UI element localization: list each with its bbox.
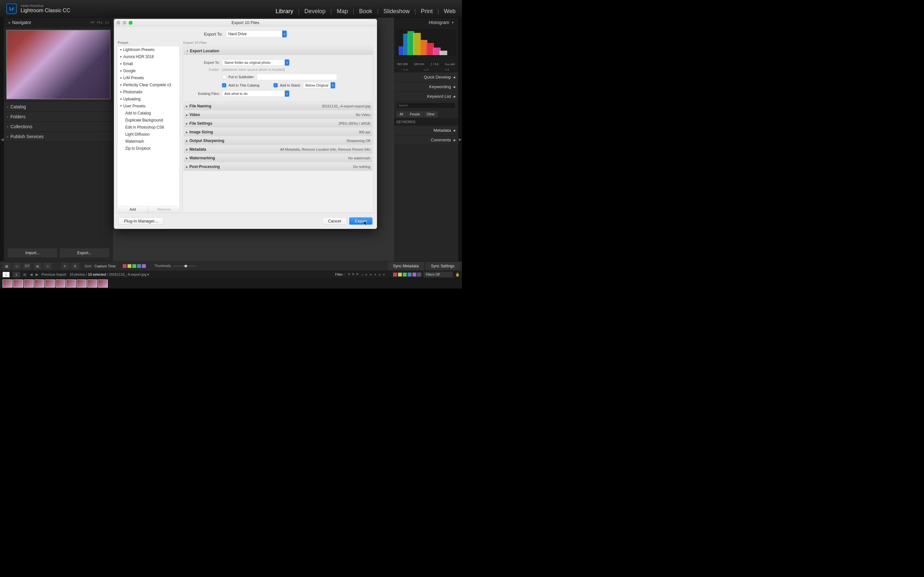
module-map[interactable]: Map [336,8,348,15]
thumbnail-size-slider[interactable] [173,266,196,266]
user-preset[interactable]: Watermark [118,138,180,145]
import-button[interactable]: Import... [8,248,57,258]
section-file-naming[interactable]: ▶File Naming20161110_-4-export-export.jp… [184,102,373,110]
filter-lock-icon[interactable]: 🔒 [455,272,460,277]
preset-list[interactable]: ▶Lightroom Presets ▶Aurora HDR 2018 ▶Ema… [117,46,180,206]
compare-view-icon[interactable]: X|Y [23,263,31,269]
user-preset[interactable]: Edit in Photoshop CS6 [118,124,180,131]
chip-red[interactable] [123,264,126,268]
plugin-manager-button[interactable]: Plug-in Manager... [118,218,164,225]
kw-tab-people[interactable]: People [407,111,423,117]
add-stack-checkbox[interactable]: ✓ [273,83,278,87]
sort-value[interactable]: Capture Time [94,264,115,268]
module-library[interactable]: Library [276,8,293,15]
subfolder-input[interactable] [257,74,337,80]
thumbnail[interactable] [3,279,13,287]
metadata-section[interactable]: Metadata◂ [394,126,458,135]
thumbnail[interactable] [55,279,65,287]
chip-green[interactable] [132,264,136,268]
color-label-chips[interactable] [123,264,145,268]
module-web[interactable]: Web [444,8,456,15]
subfolder-checkbox[interactable] [222,75,226,79]
thumbnail[interactable] [77,279,87,287]
navigator-preview[interactable] [4,27,113,102]
zoom-icon[interactable] [129,21,132,25]
export-confirm-button[interactable]: Export [349,218,373,225]
people-view-icon[interactable]: ☺ [44,263,52,269]
keywording-section[interactable]: Keywording◂ [394,82,458,91]
screen-1[interactable]: 1 [3,272,10,277]
preset-group[interactable]: ▶Photomatix [118,89,180,95]
kw-tab-other[interactable]: Other [423,111,438,117]
sync-settings-button[interactable]: Sync Settings [426,262,459,270]
user-preset[interactable]: Add to Catalog [118,110,180,117]
preset-group[interactable]: ▶Perfectly Clear Complete v3 [118,81,180,89]
preset-group[interactable]: ▶LrM Presets [118,74,180,81]
cancel-button[interactable]: Cancel [322,218,347,225]
thumbnail[interactable] [24,279,34,287]
thumbnail[interactable] [66,279,76,287]
module-develop[interactable]: Develop [304,8,326,15]
preset-group[interactable]: ▶Aurora HDR 2018 [118,53,180,60]
export-button[interactable]: Export... [60,248,109,258]
thumbnail[interactable] [34,279,44,287]
thumbnail[interactable] [98,279,108,287]
add-catalog-checkbox[interactable]: ✓ [222,83,226,87]
navigator-header[interactable]: ▼ Navigator FIT FILL 1:1 [4,18,113,27]
catalog-section[interactable]: ▸Catalog [4,102,113,112]
section-metadata[interactable]: ▶MetadataAll Metadata, Remove Location I… [184,145,373,153]
chip-blue[interactable] [137,264,141,268]
existing-files-select[interactable]: Ask what to do▲▼ [222,90,289,97]
filmstrip[interactable] [0,279,462,288]
export-to-select[interactable]: Hard Drive ▲▼ [226,31,287,37]
preset-group-user[interactable]: ▶User Presets [118,103,180,110]
comments-section[interactable]: Comments◂ [394,135,458,145]
section-image-sizing[interactable]: ▶Image Sizing300 ppi [184,128,373,136]
color-filter-chips[interactable] [393,273,421,277]
module-book[interactable]: Book [359,8,372,15]
navigator-zoom-options[interactable]: FIT FILL 1:1 [90,21,109,24]
settings-list[interactable]: ▼Export Location Export To: Same folder … [183,46,374,213]
collections-section[interactable]: ▸Collections [4,122,113,132]
user-preset[interactable]: Light Diffusion [118,131,180,138]
chip-yellow[interactable] [128,264,131,268]
section-video[interactable]: ▶VideoNo Video [184,111,373,119]
keyword-search-input[interactable] [397,103,456,108]
preset-group[interactable]: ▶Lightroom Presets [118,46,180,53]
minimize-icon[interactable] [123,21,126,25]
thumbnail[interactable] [13,279,23,287]
sync-metadata-button[interactable]: Sync Metadata [388,262,424,270]
section-watermarking[interactable]: ▶WatermarkingNo watermark [184,154,373,162]
chip-purple[interactable] [142,264,145,268]
flag-filter-icon[interactable]: ⚑ ⚑ ⚑ [347,272,359,277]
keyword-list-section[interactable]: Keyword List◂ [394,91,458,101]
add-preset-button[interactable]: Add [118,206,149,213]
section-header[interactable]: ▼Export Location [184,47,373,55]
module-slideshow[interactable]: Slideshow [383,8,410,15]
kw-tab-all[interactable]: All [397,111,406,117]
rating-filter[interactable]: ≥ ★ ★ ★ ★ ★ [362,273,386,277]
export-location-select[interactable]: Same folder as original photo▲▼ [222,59,289,66]
close-icon[interactable] [116,21,120,25]
right-collapse-arrow[interactable]: ▶ [458,18,462,261]
user-preset[interactable]: Zip to Dropbox [118,145,180,152]
painter-tool-icon[interactable]: ✈ [61,263,69,269]
loupe-view-icon[interactable]: ▭ [13,263,21,269]
quick-develop-section[interactable]: Quick Develop◂ [394,72,458,82]
preset-group[interactable]: ▶Email [118,60,180,67]
preset-group[interactable]: ▶Google [118,67,180,74]
filters-off-dropdown[interactable]: Filters Off [424,272,453,277]
survey-view-icon[interactable]: ▤ [33,263,41,269]
sort-direction-icon[interactable]: ⇅ [71,263,79,269]
preset-group[interactable]: ▶Uploading [118,95,180,103]
grid-view-icon[interactable]: ▦ [3,263,11,269]
section-output-sharpening[interactable]: ▶Output SharpeningSharpening Off [184,137,373,145]
screen-2[interactable]: 2 [13,272,20,277]
folders-section[interactable]: ▸Folders [4,112,113,122]
thumbnail[interactable] [45,279,55,287]
histogram-header[interactable]: Histogram▼ [394,18,458,27]
dialog-titlebar[interactable]: Export 10 Files [114,19,377,27]
section-file-settings[interactable]: ▶File SettingsJPEG (85%) / sRGB [184,119,373,127]
publish-services-section[interactable]: ▸Publish Services [4,132,113,142]
stack-position-select[interactable]: Below Original▲▼ [303,82,335,89]
